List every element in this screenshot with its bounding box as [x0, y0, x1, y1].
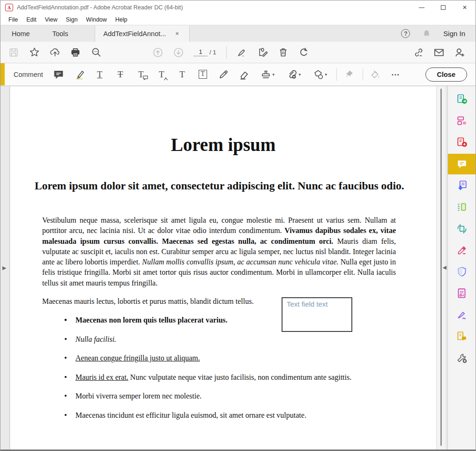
shared-link-button[interactable] [408, 44, 429, 61]
help-icon[interactable]: ? [401, 29, 410, 38]
insert-text-button[interactable]: T [154, 66, 170, 83]
strikethrough-text-button[interactable]: T [112, 66, 128, 83]
organize-pages-icon [456, 201, 468, 213]
previous-page-button[interactable] [148, 44, 168, 61]
text-field-annotation[interactable]: Text field text [282, 297, 352, 332]
tab-tools[interactable]: Tools [41, 25, 80, 42]
sidebar-item-compress-pdf[interactable] [448, 218, 476, 239]
save-button[interactable] [3, 44, 24, 61]
rotate-button[interactable] [293, 44, 314, 61]
fill-and-sign-button[interactable] [252, 44, 273, 61]
main-toolbar: 1 / 1 [0, 42, 476, 63]
tab-home[interactable]: Home [0, 25, 41, 42]
sidebar-item-redact[interactable] [448, 240, 476, 261]
eraser-icon [238, 69, 250, 80]
link-cloud-icon [413, 47, 424, 58]
paperclip-plus-icon [287, 69, 298, 80]
notifications-bell-icon[interactable] [422, 29, 431, 38]
minimize-button[interactable]: — [411, 0, 432, 15]
insert-caret-glyph [164, 77, 168, 81]
list-item: Aenean congue fringilla justo ut aliquam… [42, 353, 396, 363]
search-icon [91, 47, 102, 58]
replace-bubble-glyph [143, 75, 148, 80]
compress-pdf-icon [456, 223, 468, 235]
list-item: Morbi viverra semper lorem nec molestie. [42, 391, 396, 401]
sidebar-item-export-pdf[interactable] [448, 89, 476, 110]
document-viewer: ▶ Lorem ipsum Lorem ipsum dolor sit amet… [0, 86, 476, 451]
text-box-button[interactable]: T [195, 66, 211, 83]
close-window-button[interactable]: ✕ [454, 0, 476, 15]
list-item-underlined-lead: Mauris id ex erat. [75, 373, 128, 381]
envelope-icon [433, 47, 445, 58]
sidebar-item-comment[interactable] [448, 154, 476, 174]
redact-marker-icon [456, 244, 468, 256]
star-favorites-button[interactable] [24, 44, 45, 61]
page-pencil-icon [257, 47, 268, 58]
find-button[interactable] [86, 44, 106, 61]
print-button[interactable] [65, 44, 86, 61]
collapse-right-panel-icon[interactable]: ◀ [443, 264, 446, 271]
pdf-page: Lorem ipsum Lorem ipsum dolor sit amet, … [10, 86, 436, 450]
document-paragraph-1: Vestibulum neque massa, scelerisque sit … [42, 215, 396, 288]
arrow-up-circle-icon [152, 47, 164, 58]
menu-window[interactable]: Window [82, 15, 111, 24]
add-text-comment-button[interactable]: T [174, 66, 190, 83]
page-number-input[interactable]: 1 [193, 48, 208, 56]
combine-files-icon [456, 180, 468, 192]
underline-text-button[interactable]: T [92, 66, 108, 83]
paragraph-1-italic: Nullam mollis convallis ipsum, ac accums… [142, 258, 338, 266]
sign-in-button[interactable]: Sign In [443, 30, 465, 38]
tab-close-icon[interactable]: × [173, 29, 181, 38]
tab-document[interactable]: AddTextFieldAnnot... × [95, 25, 190, 42]
drawing-shapes-button[interactable]: ▾ [309, 66, 331, 83]
title-bar: A AddTextFieldAnnotation.pdf - Adobe Acr… [0, 0, 476, 15]
pushpin-icon [343, 69, 354, 80]
pin-button[interactable] [341, 66, 357, 83]
menu-view[interactable]: View [41, 15, 62, 24]
expand-left-panel-icon[interactable]: ▶ [2, 265, 6, 271]
export-pdf-icon [456, 93, 468, 105]
stamp-button[interactable]: ▾ [257, 66, 278, 83]
more-options-button[interactable]: ••• [388, 66, 404, 83]
edit-pdf-icon [456, 115, 468, 127]
replace-text-button[interactable]: T [133, 66, 149, 83]
account-add-button[interactable] [449, 44, 470, 61]
sidebar-item-protect[interactable] [448, 262, 476, 282]
wrench-plus-icon [456, 352, 468, 364]
fill-color-button[interactable] [367, 66, 383, 83]
tab-bar: Home Tools AddTextFieldAnnot... × ? Sign… [0, 25, 476, 42]
share-upload-button[interactable] [45, 44, 65, 61]
attach-file-button[interactable]: ▾ [283, 66, 305, 83]
sidebar-item-fill-and-sign[interactable] [448, 305, 476, 325]
comment-toolbar-divider-2 [363, 68, 363, 81]
navigation-pane-strip[interactable]: ▶ [0, 86, 10, 450]
draw-button[interactable] [216, 66, 231, 83]
sidebar-item-organize-pages[interactable] [448, 197, 476, 218]
cloud-upload-icon [50, 47, 60, 58]
menu-edit[interactable]: Edit [22, 15, 41, 24]
sidebar-item-edit-pdf[interactable] [448, 111, 476, 131]
sidebar-item-more-tools[interactable] [448, 348, 476, 368]
highlighter-button[interactable] [71, 66, 87, 83]
menu-help[interactable]: Help [111, 15, 132, 24]
tab-document-label: AddTextFieldAnnot... [104, 30, 166, 38]
sign-pen-button[interactable] [231, 44, 252, 61]
delete-button[interactable] [273, 44, 293, 61]
sidebar-item-combine-files[interactable] [448, 175, 476, 196]
paint-bucket-icon [370, 69, 380, 80]
menu-sign[interactable]: Sign [62, 15, 82, 24]
sticky-note-button[interactable] [51, 66, 67, 83]
scrollbar-thumb[interactable] [440, 89, 442, 446]
next-page-button[interactable] [168, 44, 189, 61]
sidebar-item-send-for-comments[interactable] [448, 326, 476, 347]
send-email-button[interactable] [429, 44, 449, 61]
sidebar-item-create-pdf[interactable] [448, 132, 476, 153]
eraser-button[interactable] [236, 66, 252, 83]
close-comment-button[interactable]: Close [425, 68, 468, 82]
print-icon [70, 47, 81, 58]
underline-text-icon: T [97, 70, 103, 79]
maximize-button[interactable] [432, 0, 454, 15]
star-icon [29, 47, 40, 58]
menu-file[interactable]: File [4, 15, 22, 24]
sidebar-item-prepare-form[interactable] [448, 283, 476, 304]
